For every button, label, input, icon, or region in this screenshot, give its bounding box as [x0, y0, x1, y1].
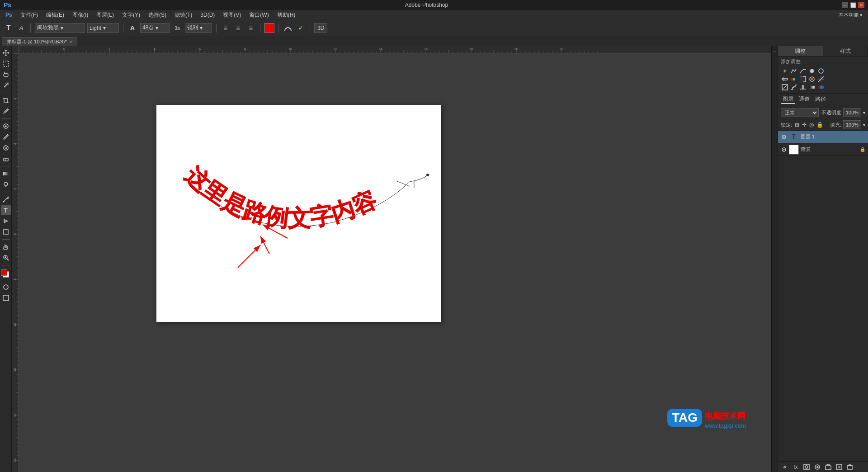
tool-hand[interactable]	[1, 242, 11, 252]
layer-vis-bg[interactable]	[781, 146, 787, 153]
adj-photofilter[interactable]	[808, 75, 816, 83]
tool-marquee[interactable]	[1, 59, 11, 69]
menu-help[interactable]: 帮助(H)	[274, 10, 299, 20]
watermark-tag: TAG	[667, 409, 702, 427]
fill-arrow[interactable]: ▾	[863, 123, 865, 127]
layer-group-btn[interactable]	[824, 463, 832, 471]
confirm-icon[interactable]: ✓	[296, 23, 306, 33]
tab-adjustments[interactable]: 调整	[778, 46, 823, 56]
adj-hsl[interactable]	[781, 75, 789, 83]
tool-healing[interactable]	[1, 121, 11, 131]
tool-pen[interactable]	[1, 194, 11, 204]
sharp-dropdown[interactable]: 锐利 ▾	[185, 23, 212, 33]
adj-colorbalance[interactable]	[790, 75, 798, 83]
adj-channelmixer[interactable]	[817, 75, 825, 83]
font-size-dropdown[interactable]: 48点 ▾	[140, 23, 170, 33]
font-weight-dropdown[interactable]: Light ▾	[87, 23, 119, 33]
restore-button[interactable]: ⬜	[850, 2, 856, 8]
layer-adj-btn[interactable]	[813, 463, 821, 471]
tool-text[interactable]: T	[1, 205, 11, 215]
tool-gradient[interactable]	[1, 169, 11, 179]
sharp-value: 锐利	[187, 24, 198, 32]
layer-link-btn[interactable]	[781, 463, 789, 471]
tool-eyedropper[interactable]	[1, 106, 11, 116]
adj-curves[interactable]	[799, 67, 807, 75]
menu-text[interactable]: 文字(Y)	[118, 10, 144, 20]
adj-exposure[interactable]	[808, 67, 816, 75]
tool-zoom[interactable]	[1, 253, 11, 263]
adj-brightness[interactable]: ☀	[781, 67, 789, 75]
adj-posterize[interactable]	[790, 83, 798, 91]
layer-new-btn[interactable]	[835, 463, 843, 471]
layer-delete-btn[interactable]	[846, 463, 854, 471]
adj-invert[interactable]	[781, 83, 789, 91]
layer-item-bg[interactable]: 背景 🔒	[778, 143, 868, 156]
svg-text:8: 8	[13, 278, 16, 280]
adj-gradient-map[interactable]	[808, 83, 816, 91]
tool-clone[interactable]	[1, 143, 11, 153]
font-style-icon[interactable]: A	[16, 23, 26, 33]
foreground-color[interactable]	[1, 269, 7, 276]
blend-mode-select[interactable]: 正常	[781, 108, 819, 117]
lock-position-icon[interactable]: ✛	[802, 122, 807, 128]
menu-view[interactable]: 视图(V)	[219, 10, 245, 20]
color-swatches[interactable]	[1, 269, 11, 279]
warp-text-icon[interactable]	[283, 23, 293, 33]
canvas-area[interactable]: 0246810121416182022 0246810121416 这里是路例文…	[12, 46, 771, 472]
menu-window[interactable]: 窗口(W)	[245, 10, 272, 20]
menu-layer[interactable]: 图层(L)	[93, 10, 118, 20]
tool-crop[interactable]	[1, 95, 11, 105]
adj-levels[interactable]	[790, 67, 798, 75]
menu-filter[interactable]: 滤镜(T)	[171, 10, 196, 20]
svg-text:4: 4	[154, 47, 156, 51]
menu-file[interactable]: 文件(F)	[17, 10, 42, 20]
adj-selective-color[interactable]	[817, 83, 825, 91]
canvas-document[interactable]: 这里是路例文字内容 |	[156, 105, 441, 322]
menu-select[interactable]: 选择(S)	[145, 10, 170, 20]
tool-eraser[interactable]	[1, 154, 11, 164]
menu-ps[interactable]: Ps	[2, 11, 16, 19]
fill-input[interactable]	[843, 120, 861, 129]
opacity-arrow[interactable]: ▾	[863, 110, 865, 115]
opacity-input[interactable]	[843, 108, 861, 117]
adj-threshold[interactable]	[799, 83, 807, 91]
tool-shape[interactable]	[1, 227, 11, 237]
tool-dodge[interactable]	[1, 179, 11, 189]
menu-edit[interactable]: 编辑(E)	[42, 10, 68, 20]
tab-close-button[interactable]: ×	[70, 39, 72, 44]
layer-mask-btn[interactable]	[802, 463, 811, 471]
3d-button[interactable]: 3D	[314, 23, 327, 33]
paths-tab[interactable]: 路径	[813, 95, 828, 104]
panel-collapse-strip[interactable]: ‹	[771, 46, 778, 472]
tool-quick-mask[interactable]	[1, 282, 11, 292]
text-tool-icon[interactable]: T	[4, 23, 14, 33]
tool-lasso[interactable]	[1, 70, 11, 80]
document-tab[interactable]: 未标题-1 @ 100%(RGB/8)* ×	[2, 37, 77, 46]
adj-vibrance[interactable]	[817, 67, 825, 75]
minimize-button[interactable]: ─	[842, 2, 848, 8]
close-button[interactable]: ✕	[858, 2, 864, 8]
align-right-icon[interactable]: ≡	[246, 23, 256, 33]
align-center-icon[interactable]: ≡	[233, 23, 243, 33]
workspace-label[interactable]: 基本功能 ▾	[835, 11, 866, 19]
adj-bw[interactable]	[799, 75, 807, 83]
lock-artboard-icon[interactable]: ◎	[809, 122, 814, 128]
layer-item-1[interactable]: T 图层 1	[778, 131, 868, 143]
tool-screen-mode[interactable]	[1, 293, 11, 303]
channels-tab[interactable]: 通道	[797, 95, 811, 104]
tool-brush[interactable]	[1, 132, 11, 142]
font-name-dropdown[interactable]: 闽软雅黑 ▾	[35, 23, 85, 33]
lock-pixel-icon[interactable]: ⊞	[795, 122, 799, 128]
tab-styles[interactable]: 样式	[823, 46, 868, 56]
layers-tab[interactable]: 图层	[781, 95, 795, 104]
tool-move[interactable]	[1, 48, 11, 58]
align-left-icon[interactable]: ≡	[221, 23, 231, 33]
tool-magic-wand[interactable]	[1, 80, 11, 90]
layer-effect-btn[interactable]: fx	[792, 463, 800, 471]
menu-image[interactable]: 图像(I)	[69, 10, 92, 20]
menu-3d[interactable]: 3D(D)	[197, 11, 218, 19]
tool-path-select[interactable]	[1, 216, 11, 226]
layer-vis-1[interactable]	[781, 134, 787, 140]
text-color-swatch[interactable]	[264, 23, 274, 33]
lock-all-icon[interactable]: 🔒	[816, 122, 823, 128]
